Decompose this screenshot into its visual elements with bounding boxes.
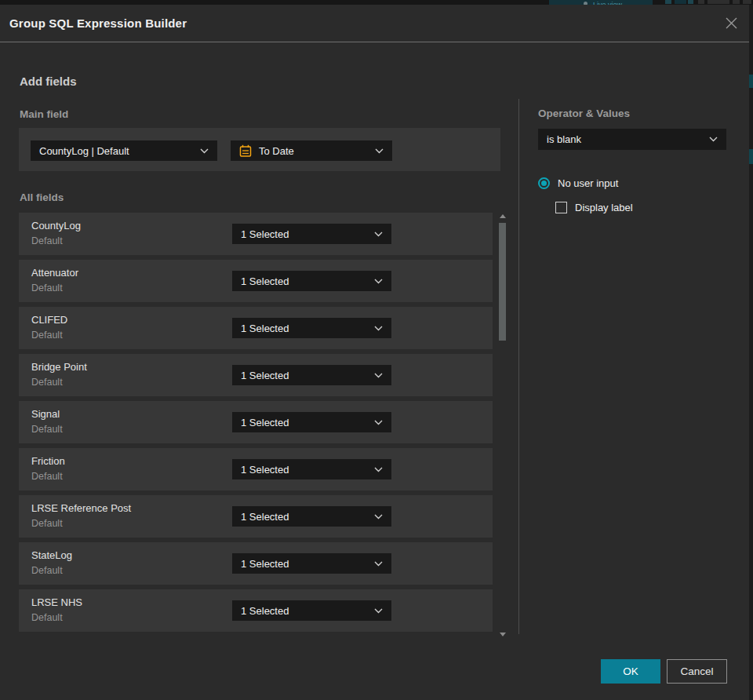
field-selection-dropdown[interactable]: 1 Selected (232, 506, 391, 527)
field-row-lrse-reference-post: LRSE Reference Post Default 1 Selected (19, 495, 493, 538)
field-sublabel: Default (31, 424, 63, 435)
selection-value: 1 Selected (241, 511, 289, 523)
field-selection-dropdown[interactable]: 1 Selected (232, 600, 391, 621)
no-user-input-radio[interactable]: No user input (538, 177, 618, 189)
background-fragment (749, 149, 753, 164)
chevron-down-icon (374, 561, 383, 567)
field-selection-dropdown[interactable]: 1 Selected (232, 224, 391, 244)
display-label-checkbox[interactable]: Display label (555, 202, 633, 213)
field-name: Attenuator (31, 267, 78, 279)
chevron-down-icon (375, 148, 384, 154)
checkbox-unchecked-icon (555, 202, 567, 213)
cancel-button[interactable]: Cancel (667, 659, 727, 684)
field-sublabel: Default (31, 518, 63, 529)
background-app-right-edge (749, 5, 753, 700)
chevron-down-icon (374, 467, 383, 472)
field-row-signal: Signal Default 1 Selected (19, 401, 493, 443)
all-fields-label: All fields (20, 191, 64, 203)
field-name: CountyLog (31, 220, 81, 232)
chevron-down-icon (374, 326, 383, 331)
selection-value: 1 Selected (241, 605, 289, 617)
main-field-layer-select[interactable]: CountyLog | Default (31, 140, 217, 161)
field-name: Friction (31, 455, 65, 467)
field-selection-dropdown[interactable]: 1 Selected (232, 553, 391, 574)
selection-value: 1 Selected (241, 558, 289, 570)
field-sublabel: Default (31, 471, 63, 482)
field-selection-dropdown[interactable]: 1 Selected (232, 412, 391, 432)
chevron-down-icon (374, 232, 383, 237)
main-field-panel: CountyLog | Default To Date (19, 128, 500, 171)
calendar-date-icon (239, 144, 252, 158)
field-sublabel: Default (31, 330, 63, 341)
field-name: Signal (31, 408, 60, 420)
no-user-input-label: No user input (558, 177, 618, 189)
toolbar-fragment (698, 0, 704, 4)
toolbar-fragment (708, 0, 729, 4)
field-sublabel: Default (31, 283, 63, 293)
scrollbar-thumb[interactable] (499, 223, 506, 341)
chevron-down-icon (200, 148, 209, 154)
field-row-bridge-point: Bridge Point Default 1 Selected (19, 354, 493, 396)
field-row-clifed: CLIFED Default 1 Selected (19, 307, 493, 349)
field-selection-dropdown[interactable]: 1 Selected (232, 459, 391, 479)
close-button[interactable] (723, 15, 739, 31)
field-row-lrse-nhs: LRSE NHS Default 1 Selected (19, 589, 493, 632)
operator-select-value: is blank (547, 133, 581, 145)
x-close-icon (725, 16, 738, 30)
dialog-title: Group SQL Expression Builder (9, 16, 187, 30)
panel-divider (518, 99, 519, 634)
field-selection-dropdown[interactable]: 1 Selected (232, 271, 391, 291)
selection-value: 1 Selected (241, 323, 289, 334)
toolbar-fragment (675, 0, 686, 4)
group-sql-expression-builder-dialog: Group SQL Expression Builder Add fields … (0, 5, 749, 700)
chevron-down-icon (374, 514, 383, 520)
field-row-friction: Friction Default 1 Selected (19, 448, 493, 490)
selection-value: 1 Selected (241, 417, 289, 428)
display-label-label: Display label (575, 202, 633, 213)
dialog-header: Group SQL Expression Builder (0, 5, 749, 42)
field-row-attenuator: Attenuator Default 1 Selected (19, 260, 493, 302)
chevron-down-icon (709, 137, 718, 142)
chevron-down-icon (374, 420, 383, 425)
field-row-statelog: StateLog Default 1 Selected (19, 542, 493, 585)
toolbar-fragment (665, 0, 671, 4)
selection-value: 1 Selected (241, 228, 289, 240)
all-fields-list: CountyLog Default 1 Selected Attenuator … (19, 213, 493, 632)
ok-button[interactable]: OK (601, 659, 660, 684)
chevron-down-icon (374, 608, 383, 614)
operator-values-heading: Operator & Values (538, 108, 630, 119)
field-selection-dropdown[interactable]: 1 Selected (232, 365, 391, 385)
operator-select[interactable]: is blank (538, 129, 726, 150)
field-sublabel: Default (31, 612, 63, 623)
field-row-countylog: CountyLog Default 1 Selected (19, 213, 493, 255)
toolbar-fragment (688, 0, 693, 4)
layer-select-value: CountyLog | Default (39, 145, 129, 157)
toolbar-fragment (733, 0, 740, 4)
field-name: LRSE NHS (31, 596, 82, 608)
field-name: CLIFED (31, 314, 67, 326)
field-sublabel: Default (31, 565, 63, 576)
main-field-label: Main field (20, 108, 68, 120)
radio-selected-icon (538, 177, 550, 189)
field-select-value: To Date (259, 145, 369, 157)
scroll-up-arrow-icon[interactable] (500, 214, 506, 218)
all-fields-scrollbar[interactable] (497, 212, 507, 638)
selection-value: 1 Selected (241, 464, 289, 476)
selection-value: 1 Selected (241, 275, 289, 287)
add-fields-heading: Add fields (20, 75, 77, 88)
field-sublabel: Default (31, 377, 63, 388)
toolbar-fragment (743, 0, 751, 4)
selection-value: 1 Selected (241, 370, 289, 381)
chevron-down-icon (374, 373, 383, 378)
chevron-down-icon (374, 279, 383, 284)
scroll-down-arrow-icon[interactable] (500, 633, 506, 636)
field-sublabel: Default (31, 235, 63, 246)
field-name: Bridge Point (31, 361, 87, 373)
main-field-field-select[interactable]: To Date (231, 140, 392, 161)
field-name: StateLog (31, 549, 72, 561)
background-fragment (749, 75, 753, 88)
field-selection-dropdown[interactable]: 1 Selected (232, 318, 391, 338)
field-name: LRSE Reference Post (31, 502, 131, 514)
